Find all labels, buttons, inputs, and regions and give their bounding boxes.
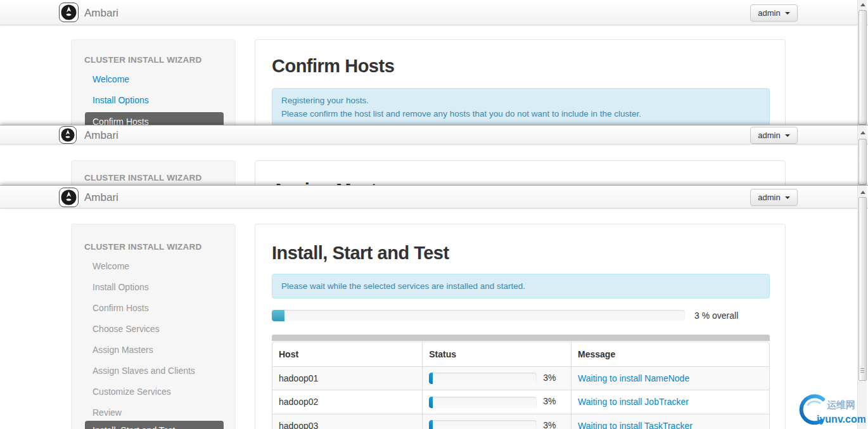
sidebar-item-install-options: Install Options	[93, 282, 149, 292]
status-cell: 3%	[422, 414, 571, 429]
page-title: Install, Start and Test	[272, 242, 449, 264]
sidebar-item-install-options[interactable]: Install Options	[93, 95, 149, 105]
caret-down-icon	[785, 196, 790, 199]
page-title-clipped: Assign Masters	[272, 179, 403, 185]
host-progress-percent: 3%	[543, 373, 556, 383]
screenshot-assign-masters: Ambari admin CLUSTER INSTALL WIZARD Assi…	[0, 125, 868, 185]
table-row: hadoop01 3% Waiting to install NameNode	[272, 366, 769, 390]
host-progress-bar	[429, 373, 537, 384]
user-menu-button[interactable]: admin	[750, 189, 798, 206]
status-cell: 3%	[422, 390, 571, 413]
sidebar-item-install-start-test-active: Install, Start and Test	[85, 421, 224, 429]
table-header-row: Host Status Message	[272, 342, 769, 366]
host-cell: hadoop02	[272, 390, 422, 413]
top-navbar: Ambari admin	[0, 0, 868, 25]
ambari-logo-icon	[59, 188, 79, 207]
overall-progress-bar	[272, 310, 685, 321]
user-menu-label: admin	[758, 193, 780, 202]
table-top-strip	[272, 335, 770, 341]
host-message-link[interactable]: Waiting to install NameNode	[578, 373, 689, 383]
scroll-up-button[interactable]	[858, 129, 867, 137]
scrollbar-thumb[interactable]	[858, 197, 867, 381]
sidebar-item-review: Review	[93, 407, 122, 418]
message-cell: Waiting to install NameNode	[571, 366, 769, 390]
column-header-message: Message	[571, 342, 769, 366]
info-alert: Please wait while the selected services …	[272, 274, 770, 298]
user-menu-button[interactable]: admin	[750, 127, 798, 144]
host-progress-fill	[429, 373, 433, 384]
sidebar-item-confirm-hosts: Confirm Hosts	[93, 303, 149, 313]
message-cell: Waiting to install JobTracker	[571, 390, 769, 413]
user-menu-label: admin	[758, 8, 780, 18]
wizard-title: CLUSTER INSTALL WIZARD	[84, 173, 201, 182]
alert-line: Registering your hosts.	[281, 94, 760, 107]
wizard-sidebar: CLUSTER INSTALL WIZARD Welcome Install O…	[71, 39, 236, 125]
user-menu-button[interactable]: admin	[750, 4, 798, 22]
top-navbar: Ambari admin	[0, 186, 868, 208]
scrollbar-thumb[interactable]	[858, 139, 867, 185]
message-cell: Waiting to install TaskTracker	[571, 414, 769, 429]
host-progress-fill	[429, 397, 433, 408]
host-progress-percent: 3%	[543, 420, 556, 429]
user-menu-label: admin	[758, 131, 780, 140]
content-panel: Assign Masters	[255, 160, 786, 185]
brand-link[interactable]: Ambari	[84, 7, 118, 20]
sidebar-item-confirm-hosts-active: Confirm Hosts	[85, 112, 224, 125]
watermark-site-name: 运维网	[827, 399, 855, 410]
scroll-up-icon	[860, 191, 865, 194]
brand-link[interactable]: Ambari	[84, 129, 118, 142]
info-alert: Registering your hosts. Please confirm t…	[272, 88, 770, 125]
status-cell: 3%	[422, 366, 571, 390]
scroll-up-icon	[860, 3, 865, 6]
wizard-title: CLUSTER INSTALL WIZARD	[84, 55, 201, 65]
screenshot-confirm-hosts: Ambari admin CLUSTER INSTALL WIZARD Welc…	[0, 0, 868, 125]
host-progress-percent: 3%	[543, 396, 556, 406]
host-message-link[interactable]: Waiting to install JobTracker	[578, 397, 689, 407]
wizard-sidebar: CLUSTER INSTALL WIZARD Welcome Install O…	[71, 224, 236, 429]
sidebar-item-welcome: Welcome	[93, 261, 129, 271]
ambari-logo-icon	[59, 3, 79, 22]
column-header-status: Status	[422, 342, 571, 366]
sidebar-item-assign-slaves: Assign Slaves and Clients	[93, 366, 195, 376]
caret-down-icon	[785, 134, 790, 137]
brand-link[interactable]: Ambari	[84, 191, 118, 204]
overall-progress-fill	[272, 310, 284, 321]
wizard-title: CLUSTER INSTALL WIZARD	[84, 242, 201, 252]
iyunv-watermark: 运维网 iyunv.com	[793, 391, 865, 428]
scroll-up-button[interactable]	[858, 188, 867, 196]
scroll-up-icon	[860, 131, 865, 134]
column-header-host: Host	[272, 342, 422, 366]
watermark-swirl-inner-icon	[808, 401, 820, 405]
screenshot-install-start-test: Ambari admin CLUSTER INSTALL WIZARD Welc…	[0, 185, 868, 429]
host-progress-bar	[429, 397, 537, 408]
table-row: hadoop02 3% Waiting to install JobTracke…	[272, 390, 769, 413]
host-message-link[interactable]: Waiting to install TaskTracker	[578, 421, 692, 429]
sidebar-item-welcome[interactable]: Welcome	[93, 74, 129, 84]
scrollbar-grip-icon	[860, 368, 864, 369]
host-progress-bar	[429, 420, 537, 429]
stacked-screenshots: Ambari admin CLUSTER INSTALL WIZARD Welc…	[0, 0, 868, 429]
host-progress-fill	[429, 420, 433, 429]
watermark-domain: iyunv.com	[817, 414, 865, 425]
scroll-up-button[interactable]	[858, 1, 867, 9]
sidebar-item-assign-masters: Assign Masters	[93, 345, 153, 355]
caret-down-icon	[785, 12, 790, 15]
alert-line: Please wait while the selected services …	[281, 279, 760, 293]
page-title: Confirm Hosts	[272, 55, 394, 77]
wizard-sidebar: CLUSTER INSTALL WIZARD	[71, 160, 236, 185]
host-cell: hadoop01	[272, 366, 422, 390]
scrollbar[interactable]	[857, 125, 867, 185]
overall-progress-label: 3 % overall	[694, 311, 738, 321]
top-navbar: Ambari admin	[0, 125, 868, 144]
content-panel: Install, Start and Test Please wait whil…	[255, 224, 786, 429]
sidebar-item-customize-services: Customize Services	[93, 387, 171, 397]
table-row: hadoop03 3% Waiting to install TaskTrack…	[272, 414, 769, 429]
scrollbar-thumb[interactable]	[858, 10, 867, 125]
scrollbar[interactable]	[857, 0, 867, 125]
ambari-logo-icon	[59, 126, 77, 144]
sidebar-item-choose-services: Choose Services	[93, 324, 160, 334]
alert-line: Please confirm the host list and remove …	[281, 107, 760, 120]
host-cell: hadoop03	[272, 414, 422, 429]
host-progress-table: Host Status Message hadoop01 3% Waiting …	[272, 342, 770, 429]
content-panel: Confirm Hosts Registering your hosts. Pl…	[255, 39, 786, 125]
